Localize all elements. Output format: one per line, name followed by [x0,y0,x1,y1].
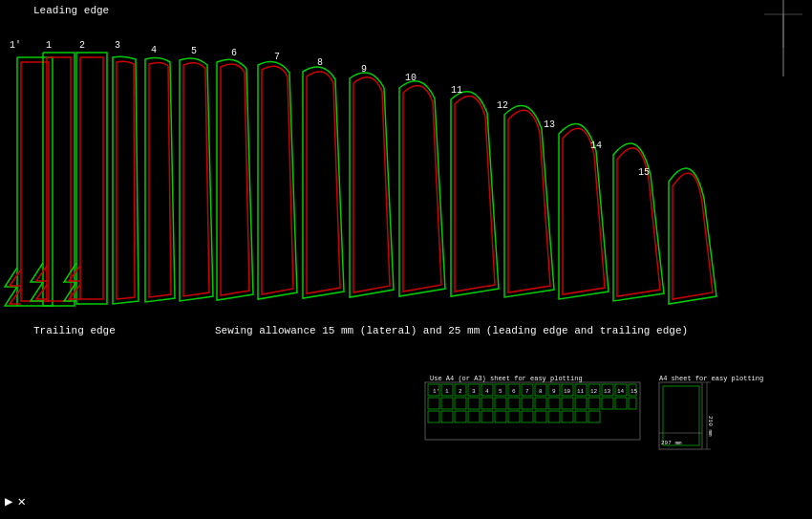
svg-rect-55 [455,411,466,422]
arrow-controls: ▶ ✕ [5,493,26,509]
svg-rect-42 [495,398,506,409]
svg-text:8: 8 [539,388,543,395]
svg-text:12: 12 [497,100,508,111]
svg-rect-46 [548,398,560,409]
svg-text:3: 3 [472,388,476,395]
svg-rect-63 [562,411,573,422]
svg-text:9: 9 [361,64,367,75]
svg-text:7: 7 [525,388,529,395]
svg-text:1: 1 [445,388,449,395]
svg-text:6: 6 [231,48,237,58]
svg-rect-58 [495,411,506,422]
svg-rect-65 [588,411,600,422]
svg-text:14: 14 [617,388,625,395]
svg-rect-40 [468,398,480,409]
svg-text:11: 11 [577,388,585,395]
svg-text:5: 5 [191,46,197,56]
svg-rect-54 [441,411,453,422]
svg-text:3: 3 [115,40,120,51]
svg-text:1': 1' [10,40,21,51]
svg-text:1: 1 [46,40,52,51]
svg-rect-41 [481,398,493,409]
svg-rect-72 [663,386,699,445]
svg-rect-62 [548,411,560,422]
svg-rect-57 [481,411,493,422]
svg-rect-52 [629,398,636,409]
svg-text:10: 10 [564,388,571,395]
svg-text:7: 7 [274,52,280,62]
svg-text:11: 11 [451,85,462,96]
svg-rect-48 [575,398,587,409]
svg-rect-37 [428,398,439,409]
svg-text:Use A4 (or A3) sheet for easy : Use A4 (or A3) sheet for easy plotting [430,375,583,382]
svg-text:4: 4 [151,45,157,55]
main-canvas: 1' 1 2 3 4 5 6 7 8 9 10 11 12 13 14 15 U… [0,0,812,519]
svg-text:1': 1' [433,388,439,395]
technical-drawing: 1' 1 2 3 4 5 6 7 8 9 10 11 12 13 14 15 U… [0,0,812,519]
svg-rect-50 [602,398,613,409]
svg-text:210 mm: 210 mm [707,416,714,437]
svg-rect-59 [508,411,520,422]
svg-text:10: 10 [405,73,417,83]
svg-rect-44 [522,398,533,409]
svg-text:4: 4 [485,388,489,395]
svg-rect-43 [508,398,520,409]
svg-rect-56 [468,411,480,422]
svg-text:2: 2 [459,388,462,395]
svg-rect-45 [535,398,546,409]
svg-rect-47 [562,398,573,409]
svg-text:6: 6 [512,388,516,395]
svg-text:297 mm: 297 mm [661,440,682,446]
svg-rect-60 [522,411,533,422]
svg-text:15: 15 [630,388,638,395]
svg-text:13: 13 [604,388,611,395]
svg-rect-51 [615,398,627,409]
svg-rect-38 [441,398,453,409]
svg-rect-64 [575,411,587,422]
trailing-edge-label: Trailing edge [33,325,116,336]
svg-text:8: 8 [317,57,323,68]
svg-rect-53 [428,411,439,422]
svg-text:2: 2 [79,40,85,51]
leading-edge-label: Leading edge [33,5,109,16]
svg-text:12: 12 [590,388,598,395]
svg-rect-39 [455,398,466,409]
svg-rect-61 [535,411,546,422]
svg-text:5: 5 [499,388,502,395]
svg-text:A4 sheet for easy plotting: A4 sheet for easy plotting [659,375,763,382]
svg-text:13: 13 [544,119,555,130]
sewing-allowance-label: Sewing allowance 15 mm (lateral) and 25 … [215,325,688,336]
svg-text:14: 14 [590,141,602,151]
svg-rect-49 [588,398,600,409]
svg-text:9: 9 [552,388,556,395]
arrow-right-icon[interactable]: ▶ [5,493,12,509]
cross-icon[interactable]: ✕ [17,493,25,509]
svg-text:15: 15 [638,167,650,178]
